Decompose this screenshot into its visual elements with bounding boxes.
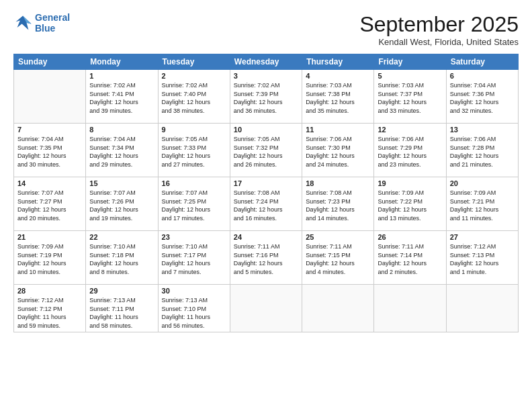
day-number: 9 [162,126,226,134]
day-number: 7 [17,126,82,134]
day-number: 25 [306,233,370,241]
day-info: Sunrise: 7:02 AM Sunset: 7:40 PM Dayligh… [162,81,226,115]
weekday-header-row: SundayMondayTuesdayWednesdayThursdayFrid… [14,54,519,70]
calendar-cell [374,285,446,332]
month-title: September 2025 [359,12,519,37]
day-number: 21 [17,233,82,241]
calendar-cell: 2Sunrise: 7:02 AM Sunset: 7:40 PM Daylig… [158,70,230,124]
day-info: Sunrise: 7:07 AM Sunset: 7:26 PM Dayligh… [89,189,154,222]
calendar: SundayMondayTuesdayWednesdayThursdayFrid… [13,54,519,332]
calendar-cell: 28Sunrise: 7:12 AM Sunset: 7:12 PM Dayli… [14,285,86,332]
weekday-header-friday: Friday [374,54,446,70]
day-info: Sunrise: 7:07 AM Sunset: 7:27 PM Dayligh… [17,189,82,222]
calendar-cell: 10Sunrise: 7:05 AM Sunset: 7:32 PM Dayli… [230,124,302,177]
calendar-cell: 1Sunrise: 7:02 AM Sunset: 7:41 PM Daylig… [86,70,158,124]
calendar-cell: 15Sunrise: 7:07 AM Sunset: 7:26 PM Dayli… [86,177,158,231]
calendar-cell [230,285,302,332]
title-block: September 2025 Kendall West, Florida, Un… [359,12,519,47]
day-info: Sunrise: 7:13 AM Sunset: 7:10 PM Dayligh… [162,296,226,330]
weekday-header-sunday: Sunday [14,54,86,70]
day-number: 13 [450,126,515,134]
calendar-cell: 3Sunrise: 7:02 AM Sunset: 7:39 PM Daylig… [230,70,302,124]
day-info: Sunrise: 7:10 AM Sunset: 7:17 PM Dayligh… [162,242,226,276]
location-title: Kendall West, Florida, United States [359,37,519,47]
calendar-cell: 9Sunrise: 7:05 AM Sunset: 7:33 PM Daylig… [158,124,230,177]
day-info: Sunrise: 7:09 AM Sunset: 7:22 PM Dayligh… [378,189,442,222]
day-number: 26 [378,233,442,241]
day-info: Sunrise: 7:02 AM Sunset: 7:39 PM Dayligh… [234,81,298,115]
calendar-cell: 14Sunrise: 7:07 AM Sunset: 7:27 PM Dayli… [14,177,86,231]
day-info: Sunrise: 7:05 AM Sunset: 7:32 PM Dayligh… [234,135,298,169]
day-info: Sunrise: 7:04 AM Sunset: 7:36 PM Dayligh… [450,81,515,115]
day-number: 15 [89,179,154,187]
day-number: 29 [89,287,154,295]
day-number: 27 [450,233,515,241]
day-info: Sunrise: 7:09 AM Sunset: 7:21 PM Dayligh… [450,189,515,222]
day-number: 5 [378,72,442,80]
calendar-cell: 23Sunrise: 7:10 AM Sunset: 7:17 PM Dayli… [158,231,230,285]
logo-icon [13,13,32,32]
calendar-cell [302,285,374,332]
day-info: Sunrise: 7:06 AM Sunset: 7:29 PM Dayligh… [378,135,442,169]
calendar-cell: 17Sunrise: 7:08 AM Sunset: 7:24 PM Dayli… [230,177,302,231]
day-info: Sunrise: 7:02 AM Sunset: 7:41 PM Dayligh… [89,81,154,115]
calendar-week-2: 7Sunrise: 7:04 AM Sunset: 7:35 PM Daylig… [14,124,519,177]
day-info: Sunrise: 7:05 AM Sunset: 7:33 PM Dayligh… [162,135,226,169]
calendar-cell: 30Sunrise: 7:13 AM Sunset: 7:10 PM Dayli… [158,285,230,332]
calendar-cell: 19Sunrise: 7:09 AM Sunset: 7:22 PM Dayli… [374,177,446,231]
day-number: 14 [17,179,82,187]
calendar-cell: 20Sunrise: 7:09 AM Sunset: 7:21 PM Dayli… [446,177,518,231]
day-info: Sunrise: 7:08 AM Sunset: 7:23 PM Dayligh… [306,189,370,222]
calendar-cell: 29Sunrise: 7:13 AM Sunset: 7:11 PM Dayli… [86,285,158,332]
day-number: 1 [89,72,154,80]
weekday-header-wednesday: Wednesday [230,54,302,70]
weekday-header-tuesday: Tuesday [158,54,230,70]
calendar-week-5: 28Sunrise: 7:12 AM Sunset: 7:12 PM Dayli… [14,285,519,332]
day-info: Sunrise: 7:06 AM Sunset: 7:28 PM Dayligh… [450,135,515,169]
day-info: Sunrise: 7:03 AM Sunset: 7:37 PM Dayligh… [378,81,442,115]
calendar-cell: 8Sunrise: 7:04 AM Sunset: 7:34 PM Daylig… [86,124,158,177]
day-number: 28 [17,287,82,295]
day-info: Sunrise: 7:04 AM Sunset: 7:35 PM Dayligh… [17,135,82,169]
day-number: 22 [89,233,154,241]
day-info: Sunrise: 7:12 AM Sunset: 7:12 PM Dayligh… [17,296,82,330]
day-number: 17 [234,179,298,187]
day-info: Sunrise: 7:03 AM Sunset: 7:38 PM Dayligh… [306,81,370,115]
day-number: 23 [162,233,226,241]
day-number: 18 [306,179,370,187]
logo: General Blue [13,12,70,34]
day-info: Sunrise: 7:09 AM Sunset: 7:19 PM Dayligh… [17,242,82,276]
calendar-cell: 13Sunrise: 7:06 AM Sunset: 7:28 PM Dayli… [446,124,518,177]
calendar-week-3: 14Sunrise: 7:07 AM Sunset: 7:27 PM Dayli… [14,177,519,231]
day-number: 20 [450,179,515,187]
calendar-cell: 7Sunrise: 7:04 AM Sunset: 7:35 PM Daylig… [14,124,86,177]
day-number: 12 [378,126,442,134]
day-number: 11 [306,126,370,134]
day-number: 6 [450,72,515,80]
day-number: 8 [89,126,154,134]
day-info: Sunrise: 7:11 AM Sunset: 7:16 PM Dayligh… [234,242,298,276]
day-number: 4 [306,72,370,80]
calendar-cell: 25Sunrise: 7:11 AM Sunset: 7:15 PM Dayli… [302,231,374,285]
weekday-header-saturday: Saturday [446,54,518,70]
calendar-cell: 18Sunrise: 7:08 AM Sunset: 7:23 PM Dayli… [302,177,374,231]
calendar-cell: 22Sunrise: 7:10 AM Sunset: 7:18 PM Dayli… [86,231,158,285]
calendar-cell: 12Sunrise: 7:06 AM Sunset: 7:29 PM Dayli… [374,124,446,177]
page: General Blue September 2025 Kendall West… [0,0,532,411]
day-number: 30 [162,287,226,295]
weekday-header-monday: Monday [86,54,158,70]
calendar-cell: 4Sunrise: 7:03 AM Sunset: 7:38 PM Daylig… [302,70,374,124]
calendar-cell [446,285,518,332]
calendar-cell: 26Sunrise: 7:11 AM Sunset: 7:14 PM Dayli… [374,231,446,285]
calendar-cell: 16Sunrise: 7:07 AM Sunset: 7:25 PM Dayli… [158,177,230,231]
day-info: Sunrise: 7:13 AM Sunset: 7:11 PM Dayligh… [89,296,154,330]
calendar-cell: 24Sunrise: 7:11 AM Sunset: 7:16 PM Dayli… [230,231,302,285]
day-info: Sunrise: 7:07 AM Sunset: 7:25 PM Dayligh… [162,189,226,222]
day-number: 2 [162,72,226,80]
calendar-cell [14,70,86,124]
day-number: 19 [378,179,442,187]
day-number: 10 [234,126,298,134]
day-info: Sunrise: 7:12 AM Sunset: 7:13 PM Dayligh… [450,242,515,276]
calendar-cell: 27Sunrise: 7:12 AM Sunset: 7:13 PM Dayli… [446,231,518,285]
calendar-week-1: 1Sunrise: 7:02 AM Sunset: 7:41 PM Daylig… [14,70,519,124]
